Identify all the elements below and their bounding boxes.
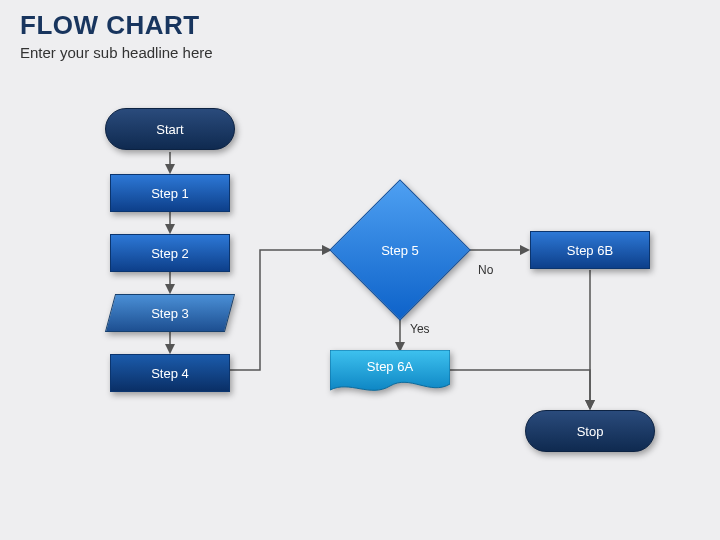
flowchart-canvas: Start Step 1 Step 2 Step 3 Step 4 Step 5 bbox=[0, 0, 720, 540]
node-step2: Step 2 bbox=[110, 234, 230, 272]
node-step6a-label: Step 6A bbox=[367, 359, 413, 374]
node-step3: Step 3 bbox=[110, 294, 230, 332]
node-stop-label: Stop bbox=[577, 424, 604, 439]
node-decision: Step 5 bbox=[350, 200, 450, 300]
node-step1-label: Step 1 bbox=[151, 186, 189, 201]
node-step6a: Step 6A bbox=[330, 350, 450, 390]
node-step4-label: Step 4 bbox=[151, 366, 189, 381]
node-start-label: Start bbox=[156, 122, 183, 137]
edge-label-no: No bbox=[478, 263, 493, 277]
node-step3-label: Step 3 bbox=[151, 306, 189, 321]
node-stop: Stop bbox=[525, 410, 655, 452]
node-start: Start bbox=[105, 108, 235, 150]
edge-label-yes: Yes bbox=[410, 322, 430, 336]
node-step2-label: Step 2 bbox=[151, 246, 189, 261]
node-step6b-label: Step 6B bbox=[567, 243, 613, 258]
node-step6b: Step 6B bbox=[530, 231, 650, 269]
node-step1: Step 1 bbox=[110, 174, 230, 212]
node-step4: Step 4 bbox=[110, 354, 230, 392]
node-decision-label: Step 5 bbox=[381, 243, 419, 258]
